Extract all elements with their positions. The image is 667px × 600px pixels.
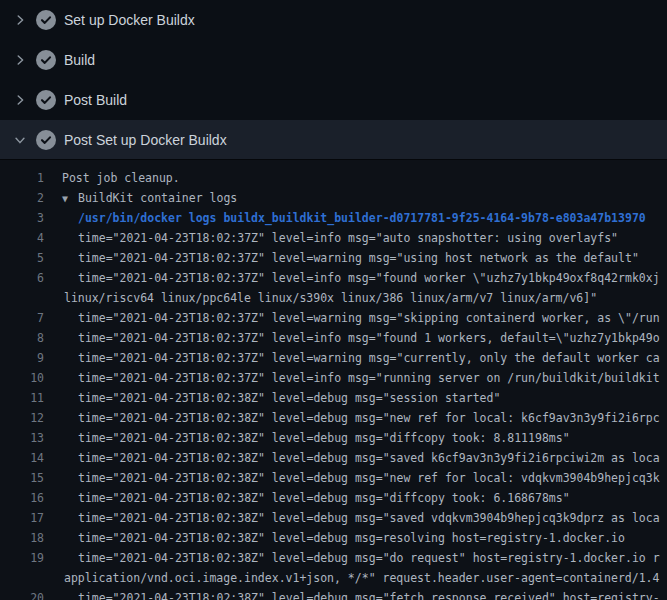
- log-text: time="2021-04-23T18:02:37Z" level=info m…: [78, 331, 660, 345]
- step-label: Build: [64, 52, 95, 68]
- log-line-number[interactable]: 15: [0, 468, 44, 488]
- log-line-number[interactable]: 3: [0, 208, 44, 228]
- step-label: Post Build: [64, 92, 127, 108]
- log-line-number[interactable]: 17: [0, 508, 44, 528]
- log-line: 7time="2021-04-23T18:02:37Z" level=warni…: [0, 308, 667, 328]
- log-text: Post job cleanup.: [62, 171, 180, 185]
- check-circle-icon: [36, 130, 56, 150]
- log-line-number[interactable]: 11: [0, 388, 44, 408]
- log-line-number[interactable]: 18: [0, 528, 44, 548]
- group-collapse-triangle-icon[interactable]: ▼: [62, 189, 78, 208]
- log-text: time="2021-04-23T18:02:38Z" level=debug …: [78, 511, 660, 525]
- step-label: Post Set up Docker Buildx: [64, 132, 227, 148]
- log-line: 6time="2021-04-23T18:02:37Z" level=info …: [0, 268, 667, 288]
- log-line-number[interactable]: 14: [0, 448, 44, 468]
- step-label: Set up Docker Buildx: [64, 12, 195, 28]
- log-line-number[interactable]: 7: [0, 308, 44, 328]
- log-line-number[interactable]: 2: [0, 188, 44, 208]
- log-line-number[interactable]: 4: [0, 228, 44, 248]
- log-line: 14time="2021-04-23T18:02:38Z" level=debu…: [0, 448, 667, 468]
- log-line: 9time="2021-04-23T18:02:37Z" level=warni…: [0, 348, 667, 368]
- log-line: 15time="2021-04-23T18:02:38Z" level=debu…: [0, 468, 667, 488]
- chevron-right-icon[interactable]: [12, 52, 28, 68]
- check-circle-icon: [36, 10, 56, 30]
- log-line-number[interactable]: 20: [0, 588, 44, 600]
- step-build[interactable]: Build: [0, 40, 667, 80]
- step-post-build[interactable]: Post Build: [0, 80, 667, 120]
- log-line-number[interactable]: 9: [0, 348, 44, 368]
- log-line: 12time="2021-04-23T18:02:38Z" level=debu…: [0, 408, 667, 428]
- log-text: time="2021-04-23T18:02:37Z" level=warnin…: [78, 351, 660, 365]
- log-line-number[interactable]: 16: [0, 488, 44, 508]
- log-text: time="2021-04-23T18:02:38Z" level=debug …: [78, 491, 570, 505]
- log-line-number[interactable]: 6: [0, 268, 44, 288]
- chevron-right-icon[interactable]: [12, 12, 28, 28]
- log-line: 4time="2021-04-23T18:02:37Z" level=info …: [0, 228, 667, 248]
- log-line: 2▼BuildKit container logs: [0, 188, 667, 208]
- log-line: 19time="2021-04-23T18:02:38Z" level=debu…: [0, 548, 667, 568]
- log-line: 5time="2021-04-23T18:02:37Z" level=warni…: [0, 248, 667, 268]
- log-line-number[interactable]: 10: [0, 368, 44, 388]
- log-text: time="2021-04-23T18:02:38Z" level=debug …: [78, 411, 660, 425]
- log-line-number[interactable]: 12: [0, 408, 44, 428]
- log-text: time="2021-04-23T18:02:37Z" level=info m…: [78, 271, 660, 285]
- log-text-wrapped: linux/riscv64 linux/ppc64le linux/s390x …: [64, 291, 597, 305]
- log-line: 11time="2021-04-23T18:02:38Z" level=debu…: [0, 388, 667, 408]
- log-output[interactable]: 1Post job cleanup.2▼BuildKit container l…: [0, 160, 667, 600]
- steps-list: Set up Docker Buildx Build Post Buil: [0, 0, 667, 160]
- actions-log-viewer: Set up Docker Buildx Build Post Buil: [0, 0, 667, 600]
- log-text: time="2021-04-23T18:02:37Z" level=info m…: [78, 231, 618, 245]
- log-text: time="2021-04-23T18:02:37Z" level=info m…: [78, 371, 660, 385]
- log-line: 10time="2021-04-23T18:02:37Z" level=info…: [0, 368, 667, 388]
- log-line: 18time="2021-04-23T18:02:38Z" level=debu…: [0, 528, 667, 548]
- check-circle-icon: [36, 90, 56, 110]
- log-group-title[interactable]: BuildKit container logs: [78, 191, 237, 205]
- log-text: time="2021-04-23T18:02:37Z" level=warnin…: [78, 311, 660, 325]
- log-text: time="2021-04-23T18:02:38Z" level=debug …: [78, 451, 660, 465]
- log-line: 3/usr/bin/docker logs buildx_buildkit_bu…: [0, 208, 667, 228]
- log-line-number[interactable]: [0, 288, 44, 308]
- chevron-down-icon[interactable]: [12, 132, 28, 148]
- log-line: application/vnd.oci.image.index.v1+json,…: [0, 568, 667, 588]
- log-text: time="2021-04-23T18:02:38Z" level=debug …: [78, 391, 500, 405]
- log-line: 13time="2021-04-23T18:02:38Z" level=debu…: [0, 428, 667, 448]
- log-line-number[interactable]: 1: [0, 168, 44, 188]
- check-circle-icon: [36, 50, 56, 70]
- log-text: time="2021-04-23T18:02:38Z" level=debug …: [78, 431, 570, 445]
- log-text: time="2021-04-23T18:02:38Z" level=debug …: [78, 551, 660, 565]
- log-line: 16time="2021-04-23T18:02:38Z" level=debu…: [0, 488, 667, 508]
- log-line-number[interactable]: 19: [0, 548, 44, 568]
- log-text: time="2021-04-23T18:02:37Z" level=warnin…: [78, 251, 639, 265]
- log-line: 17time="2021-04-23T18:02:38Z" level=debu…: [0, 508, 667, 528]
- log-line: 20time="2021-04-23T18:02:38Z" level=debu…: [0, 588, 667, 600]
- log-command-text: /usr/bin/docker logs buildx_buildkit_bui…: [78, 211, 646, 225]
- log-line: linux/riscv64 linux/ppc64le linux/s390x …: [0, 288, 667, 308]
- chevron-right-icon[interactable]: [12, 92, 28, 108]
- log-text: time="2021-04-23T18:02:38Z" level=debug …: [78, 591, 660, 600]
- step-post-set-up-docker-buildx[interactable]: Post Set up Docker Buildx: [0, 120, 667, 160]
- log-line-number[interactable]: 5: [0, 248, 44, 268]
- log-text: time="2021-04-23T18:02:38Z" level=debug …: [78, 531, 625, 545]
- log-line: 8time="2021-04-23T18:02:37Z" level=info …: [0, 328, 667, 348]
- log-line-number[interactable]: 8: [0, 328, 44, 348]
- log-text: time="2021-04-23T18:02:38Z" level=debug …: [78, 471, 660, 485]
- log-line-number[interactable]: [0, 568, 44, 588]
- step-set-up-docker-buildx[interactable]: Set up Docker Buildx: [0, 0, 667, 40]
- log-text-wrapped: application/vnd.oci.image.index.v1+json,…: [64, 571, 659, 585]
- log-line: 1Post job cleanup.: [0, 168, 667, 188]
- log-line-number[interactable]: 13: [0, 428, 44, 448]
